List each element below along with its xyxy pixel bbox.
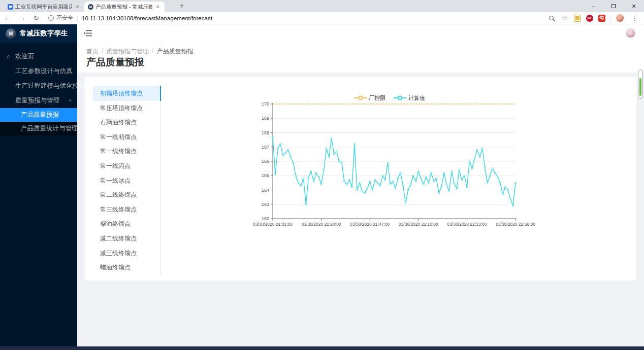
y-tick-label: 163 bbox=[262, 202, 269, 207]
menu-fold-icon[interactable] bbox=[84, 29, 92, 37]
home-icon: ⌂ bbox=[7, 49, 10, 64]
data-point bbox=[417, 170, 419, 172]
x-tick-label: 03/30/2020 22:33:00 bbox=[447, 222, 487, 227]
extensions-grid-icon[interactable] bbox=[574, 15, 581, 22]
data-point bbox=[364, 192, 366, 194]
data-point bbox=[497, 177, 498, 178]
adblock-plus-icon[interactable]: ABP bbox=[586, 15, 593, 22]
breadcrumb-item-2[interactable]: 产品质量预报 bbox=[157, 47, 194, 56]
reload-icon[interactable]: ↻ bbox=[34, 13, 39, 24]
x-tick-label: 03/30/2020 22:56:00 bbox=[496, 222, 535, 227]
window-close-button[interactable]: ✕ bbox=[624, 0, 644, 12]
translate-extension-icon[interactable]: 匀 bbox=[598, 15, 605, 22]
breadcrumb-separator: / bbox=[102, 47, 103, 56]
quality-tab-0[interactable]: 初馏塔顶终馏点 bbox=[93, 86, 160, 101]
data-point bbox=[402, 185, 404, 187]
scrollbar-thumb[interactable] bbox=[638, 69, 643, 99]
quality-tab-6[interactable]: 常一线冰点 bbox=[93, 173, 160, 188]
breadcrumb-separator: / bbox=[152, 47, 153, 56]
quality-tab-11[interactable]: 减三线终馏点 bbox=[93, 246, 160, 261]
data-point bbox=[510, 198, 511, 199]
store-favicon bbox=[8, 4, 13, 10]
quality-tab-1[interactable]: 常压塔顶终馏点 bbox=[93, 101, 160, 116]
browser-menu-icon[interactable]: ⋮ bbox=[631, 14, 638, 22]
data-point bbox=[346, 184, 348, 185]
sidebar-item-2[interactable]: 生产过程建模与优化控制∨ bbox=[0, 79, 77, 93]
breadcrumb: 首页/质量预报与管理/产品质量预报 bbox=[86, 47, 194, 56]
quality-point-tabs: 初馏塔顶终馏点常压塔顶终馏点石脑油终馏点常一线初馏点常一线终馏点常一线闪点常一线… bbox=[93, 86, 160, 275]
data-point bbox=[451, 170, 453, 172]
chevron-up-icon: ∧ bbox=[69, 95, 72, 107]
data-point bbox=[290, 156, 292, 158]
tabs-divider bbox=[160, 84, 161, 275]
bookmark-star-icon[interactable]: ☆ bbox=[562, 14, 568, 22]
legend-item-1[interactable]: 计算值 bbox=[394, 94, 425, 102]
quality-tab-9[interactable]: 柴油终馏点 bbox=[93, 217, 160, 231]
page-scrollbar bbox=[638, 69, 643, 99]
quality-tab-2[interactable]: 石脑油终馏点 bbox=[93, 115, 160, 130]
sidebar-item-3[interactable]: 质量预报与管理∧ bbox=[0, 93, 77, 108]
quality-tab-4[interactable]: 常一线终馏点 bbox=[93, 144, 160, 159]
new-tab-button[interactable]: + bbox=[177, 1, 187, 11]
data-point bbox=[446, 184, 447, 185]
back-icon[interactable]: ← bbox=[4, 13, 11, 24]
data-point bbox=[469, 161, 470, 162]
browser-tab-0[interactable]: 工业互联网平台应用商店× bbox=[4, 2, 84, 12]
browser-tab-1[interactable]: M产品质量预报 - 常减压数字孪生× bbox=[84, 2, 165, 12]
data-point bbox=[436, 178, 437, 180]
data-point bbox=[315, 172, 317, 173]
legend-item-0[interactable]: 厂控限 bbox=[354, 94, 385, 102]
user-avatar[interactable] bbox=[626, 29, 635, 38]
browser-profile-avatar[interactable] bbox=[616, 14, 624, 22]
data-point bbox=[305, 203, 307, 205]
sidebar-item-5[interactable]: 产品质量统计与管理 bbox=[0, 122, 77, 135]
breadcrumb-item-0[interactable]: 首页 bbox=[86, 47, 99, 56]
data-point bbox=[369, 181, 371, 182]
forecast-chart-area: 厂控限计算值 16216316416516616716816917003/30/… bbox=[252, 94, 527, 232]
data-point bbox=[507, 189, 509, 191]
page-header: 首页/质量预报与管理/产品质量预报 产品质量预报 bbox=[77, 43, 644, 73]
data-point bbox=[272, 136, 274, 138]
windows-taskbar[interactable] bbox=[0, 346, 644, 350]
window-maximize-button[interactable] bbox=[603, 0, 624, 12]
x-tick-label: 03/30/2020 21:24:00 bbox=[302, 222, 341, 227]
sidebar-item-1[interactable]: 工艺参数设计与仿真 bbox=[0, 64, 77, 79]
quality-tab-8[interactable]: 常三线终馏点 bbox=[93, 202, 160, 217]
y-tick-label: 164 bbox=[262, 188, 269, 193]
data-point bbox=[351, 187, 353, 188]
data-point bbox=[428, 182, 430, 184]
data-point bbox=[405, 202, 406, 204]
tab-close-icon[interactable]: × bbox=[154, 4, 161, 10]
quality-tab-7[interactable]: 常二线终馏点 bbox=[93, 188, 160, 202]
security-label: 不安全 bbox=[56, 14, 73, 22]
forward-icon[interactable]: → bbox=[19, 13, 25, 24]
quality-tab-10[interactable]: 减二线终馏点 bbox=[93, 231, 160, 246]
data-point bbox=[392, 181, 394, 182]
sidebar-item-0[interactable]: ⌂欢迎页 bbox=[0, 49, 77, 64]
app-favicon: M bbox=[88, 4, 93, 10]
logo-text: 常减压数字孪生 bbox=[20, 29, 68, 38]
security-chip[interactable]: i 不安全 | bbox=[48, 14, 82, 22]
data-point bbox=[397, 178, 399, 180]
data-point bbox=[320, 184, 322, 185]
quality-tab-12[interactable]: 蜡油终馏点 bbox=[93, 260, 160, 275]
data-point bbox=[479, 156, 480, 158]
data-point bbox=[474, 158, 475, 159]
data-point bbox=[362, 191, 363, 192]
tab-title: 产品质量预报 - 常减压数字孪生 bbox=[95, 4, 152, 11]
data-point bbox=[461, 179, 463, 181]
data-point bbox=[275, 173, 276, 175]
address-bar-url[interactable]: 10.11.13.104:30108/forecastManagement/fo… bbox=[82, 15, 212, 21]
quality-tab-3[interactable]: 常一线初馏点 bbox=[93, 130, 160, 145]
data-point bbox=[379, 185, 381, 187]
window-minimize-button[interactable]: – bbox=[583, 0, 603, 12]
data-point bbox=[489, 175, 491, 177]
y-tick-label: 162 bbox=[262, 216, 269, 221]
tab-close-icon[interactable]: × bbox=[74, 4, 81, 10]
data-point bbox=[341, 162, 343, 163]
zoom-icon[interactable] bbox=[549, 16, 554, 20]
breadcrumb-item-1[interactable]: 质量预报与管理 bbox=[106, 47, 149, 56]
chip-divider: | bbox=[77, 15, 78, 22]
quality-tab-5[interactable]: 常一线闪点 bbox=[93, 159, 160, 173]
sidebar-item-4[interactable]: 产品质量预报 bbox=[0, 108, 77, 122]
